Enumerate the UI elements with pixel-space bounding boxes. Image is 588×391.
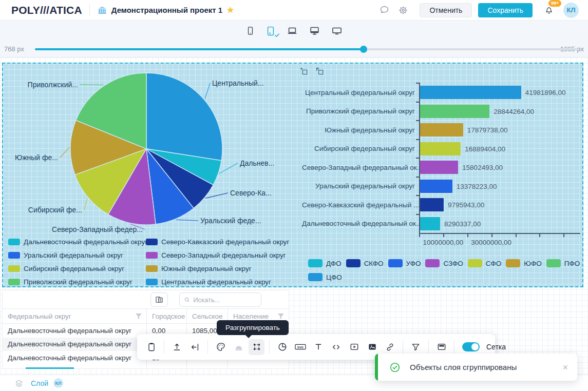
y-axis-tick xyxy=(416,83,420,84)
bar[interactable] xyxy=(420,198,444,211)
table-columns-button[interactable] xyxy=(150,292,168,307)
pie-chart-legend: Дальневосточный федеральный округСеверо-… xyxy=(8,238,290,286)
pie-slice[interactable] xyxy=(146,73,222,161)
bar[interactable] xyxy=(420,142,461,155)
column-label: Городское xyxy=(152,312,185,320)
x-axis-tick xyxy=(467,234,468,237)
bar-row: Центральный федеральный округ41981896,00 xyxy=(302,83,583,102)
link-icon[interactable] xyxy=(382,339,398,355)
bar-plot-area: 16889404,00 xyxy=(419,140,580,159)
device-monitor-icon[interactable] xyxy=(309,25,320,36)
legend-item[interactable]: Центральный федеральный округ xyxy=(146,278,290,286)
y-axis-tick xyxy=(416,158,420,159)
toolbar-divider xyxy=(403,340,403,354)
favorite-star-icon[interactable] xyxy=(226,6,235,14)
table-header-cell: Городское xyxy=(147,309,187,323)
table-cell: 0,00 xyxy=(147,365,187,369)
legend-swatch xyxy=(308,259,323,267)
header-divider xyxy=(89,5,90,16)
toast-close-icon[interactable]: × xyxy=(562,363,568,372)
legend-item[interactable]: СФО xyxy=(468,259,502,267)
dashboard-canvas[interactable]: Центральный...Дальнев...Северо-Ка...Урал… xyxy=(0,57,588,391)
align-left-icon[interactable] xyxy=(187,339,203,355)
layers-icon[interactable] xyxy=(14,379,24,388)
legend-item[interactable]: Уральский федеральный округ xyxy=(8,251,146,259)
text-icon[interactable] xyxy=(310,339,326,355)
legend-item[interactable]: Приволжский федеральный округ xyxy=(8,278,146,286)
row-selection-underline xyxy=(26,367,74,369)
bar-category-label: Северо-Западный федеральный ок... xyxy=(302,164,419,171)
legend-item[interactable]: СЗФО xyxy=(425,259,463,267)
legend-label: ПФО xyxy=(564,260,580,267)
image-icon[interactable] xyxy=(364,339,380,355)
column-label: Население xyxy=(233,312,269,320)
table-search-input[interactable] xyxy=(193,296,257,304)
legend-item[interactable]: Северо-Кавказский федеральный округ xyxy=(146,238,290,246)
legend-item[interactable]: Дальневосточный федеральный округ xyxy=(8,238,146,246)
legend-label: Центральный федеральный округ xyxy=(161,278,271,286)
legend-item[interactable]: Сибирский федеральный округ xyxy=(8,265,146,272)
width-slider-track[interactable] xyxy=(35,48,579,50)
device-laptop-icon[interactable] xyxy=(286,25,298,36)
filter-funnel-icon[interactable] xyxy=(223,313,223,320)
legend-label: Уральский федеральный округ xyxy=(24,251,123,259)
filter-icon[interactable] xyxy=(408,339,424,355)
legend-item[interactable]: УФО xyxy=(388,259,421,267)
device-phone-icon[interactable] xyxy=(245,25,255,36)
code-icon[interactable] xyxy=(328,339,344,355)
pie-callout-label: Приволжский... xyxy=(28,81,78,89)
legend-label: ЦФО xyxy=(326,273,342,281)
bar-category-label: Приволжский федеральный округ xyxy=(302,107,419,115)
legend-item[interactable]: СКФО xyxy=(346,259,384,267)
svg-icon[interactable]: SVG xyxy=(292,339,308,355)
cancel-button[interactable]: Отменить xyxy=(420,3,472,17)
pie-callout-label: Сибирский фе... xyxy=(28,206,82,214)
bar-row: Дальневосточный федеральный ок...8290337… xyxy=(302,214,583,233)
bar[interactable] xyxy=(420,105,489,118)
slider-min-label: 768 px xyxy=(4,45,24,53)
video-icon[interactable] xyxy=(346,339,362,355)
column-label: Сельское xyxy=(192,312,223,320)
polymatica-logo: POLY///ATICA xyxy=(11,4,82,16)
gear-icon[interactable] xyxy=(398,5,408,15)
table-cell: Дальневосточный федеральный округ xyxy=(3,338,147,351)
panel-icon[interactable] xyxy=(433,339,449,355)
rotate-corner-icon[interactable] xyxy=(315,67,325,76)
crop-icon[interactable] xyxy=(299,67,309,76)
grid-toggle[interactable] xyxy=(462,342,480,351)
svg-text:SVG: SVG xyxy=(297,346,304,349)
pie-callout-label: Уральский феде... xyxy=(200,217,261,225)
filter-funnel-icon[interactable] xyxy=(135,313,142,320)
bar[interactable] xyxy=(420,123,463,136)
pie-chart-icon[interactable] xyxy=(274,339,290,355)
table-toolbar xyxy=(3,290,289,308)
width-slider-thumb[interactable] xyxy=(360,46,367,53)
legend-item[interactable]: ДФО xyxy=(308,259,342,267)
device-tv-icon[interactable] xyxy=(331,25,343,36)
bar[interactable] xyxy=(420,217,440,230)
bar-value-label: 17879738,00 xyxy=(467,126,508,134)
legend-item[interactable]: Северо-Западный федеральный округ xyxy=(146,251,290,259)
layer-label[interactable]: Слой xyxy=(31,379,48,387)
legend-item[interactable]: ЮФО xyxy=(506,259,541,267)
device-tablet-icon[interactable] xyxy=(265,25,276,37)
bar[interactable] xyxy=(420,161,458,174)
palette-icon[interactable] xyxy=(213,339,229,355)
legend-item[interactable]: Южный федеральный округ xyxy=(146,265,290,272)
chat-icon[interactable] xyxy=(379,5,390,15)
upload-icon[interactable] xyxy=(169,339,185,355)
bar-row: Северо-Кавказский федеральный ...9795943… xyxy=(302,196,583,214)
user-avatar[interactable]: КЛ xyxy=(563,3,579,18)
legend-label: Северо-Западный федеральный округ xyxy=(161,251,286,259)
bar[interactable] xyxy=(420,180,452,193)
bar[interactable] xyxy=(420,86,521,99)
notifications-bell-icon[interactable]: 99+ xyxy=(544,5,554,15)
table-cell: Дальневосточный федеральный округ xyxy=(3,351,147,365)
clipboard-icon[interactable] xyxy=(143,339,159,355)
legend-item[interactable]: ЦФО xyxy=(308,273,342,281)
bar-row: Южный федеральный округ17879738,00 xyxy=(302,121,583,140)
save-button[interactable]: Сохранить xyxy=(478,3,533,17)
legend-item[interactable]: ПФО xyxy=(546,259,580,267)
filter-funnel-icon[interactable] xyxy=(277,313,284,320)
ungroup-icon[interactable] xyxy=(249,339,264,355)
